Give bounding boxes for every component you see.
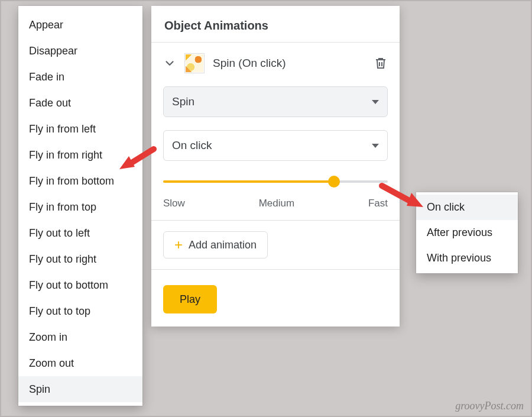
trigger-dropdown-value: On click xyxy=(172,139,212,152)
watermark: groovyPost.com xyxy=(455,400,524,412)
menu-item-disappear[interactable]: Disappear xyxy=(18,38,142,64)
trigger-item-after-previous[interactable]: After previous xyxy=(416,220,518,245)
menu-item-fade-in[interactable]: Fade in xyxy=(18,64,142,90)
menu-item-fly-in-from-bottom[interactable]: Fly in from bottom xyxy=(18,168,142,194)
menu-item-appear[interactable]: Appear xyxy=(18,12,142,38)
menu-item-fly-out-to-top[interactable]: Fly out to top xyxy=(18,298,142,324)
slider-thumb[interactable] xyxy=(328,176,340,188)
menu-item-fly-in-from-right[interactable]: Fly in from right xyxy=(18,142,142,168)
object-thumbnail xyxy=(184,53,205,73)
menu-item-zoom-in[interactable]: Zoom in xyxy=(18,324,142,350)
dropdown-caret-icon xyxy=(372,144,379,148)
menu-item-spin[interactable]: Spin xyxy=(18,376,142,402)
animation-type-dropdown-value: Spin xyxy=(172,95,194,108)
add-animation-label: Add animation xyxy=(189,239,257,251)
animation-type-menu: Appear Disappear Fade in Fade out Fly in… xyxy=(18,6,142,406)
play-button[interactable]: Play xyxy=(163,285,217,313)
trigger-menu: On click After previous With previous xyxy=(416,192,518,273)
speed-label-slow: Slow xyxy=(163,198,185,209)
add-animation-button[interactable]: + Add animation xyxy=(163,231,268,258)
animation-header-row: Spin (On click) xyxy=(151,43,400,86)
trigger-item-on-click[interactable]: On click xyxy=(416,195,518,220)
speed-slider[interactable]: Slow Medium Fast xyxy=(163,174,388,209)
delete-animation-button[interactable] xyxy=(374,56,388,70)
menu-item-fly-in-from-top[interactable]: Fly in from top xyxy=(18,194,142,220)
menu-item-fly-out-to-right[interactable]: Fly out to right xyxy=(18,246,142,272)
menu-item-fly-out-to-left[interactable]: Fly out to left xyxy=(18,220,142,246)
speed-label-medium: Medium xyxy=(259,198,294,209)
animation-type-dropdown[interactable]: Spin xyxy=(163,86,388,117)
menu-item-fly-in-from-left[interactable]: Fly in from left xyxy=(18,116,142,142)
chevron-down-icon[interactable] xyxy=(163,57,176,70)
animation-summary-label: Spin (On click) xyxy=(213,57,365,70)
slider-fill xyxy=(163,180,334,183)
dropdown-caret-icon xyxy=(372,100,379,104)
trigger-dropdown[interactable]: On click xyxy=(163,130,388,161)
menu-item-fly-out-to-bottom[interactable]: Fly out to bottom xyxy=(18,272,142,298)
menu-item-fade-out[interactable]: Fade out xyxy=(18,90,142,116)
trigger-item-with-previous[interactable]: With previous xyxy=(416,245,518,271)
speed-label-fast: Fast xyxy=(368,198,388,209)
menu-item-zoom-out[interactable]: Zoom out xyxy=(18,350,142,376)
object-animations-panel: Object Animations Spin (On click) Spin O… xyxy=(151,6,400,327)
panel-title: Object Animations xyxy=(151,17,400,42)
